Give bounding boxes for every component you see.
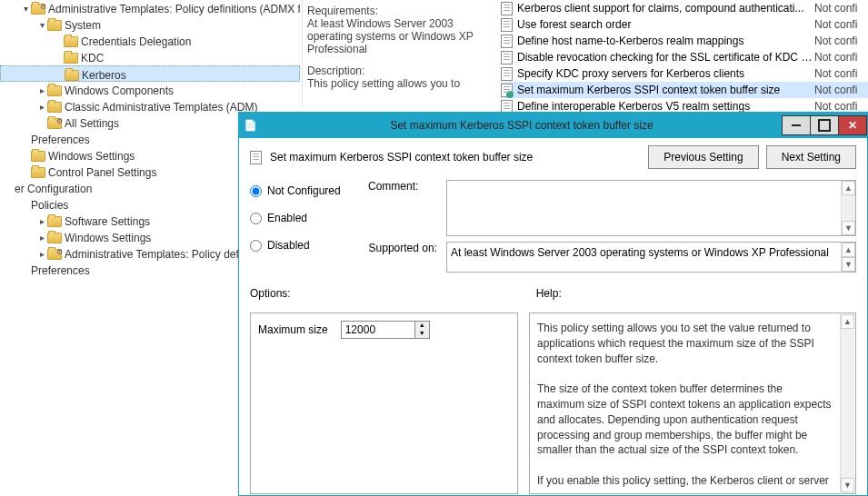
comment-textarea[interactable]: [446, 180, 856, 236]
setting-row[interactable]: Use forest search orderNot confi: [501, 16, 868, 33]
setting-row[interactable]: Set maximum Kerberos SSPI context token …: [501, 82, 868, 98]
options-panel: Maximum size ▲▼: [250, 312, 518, 494]
setting-icon: [501, 2, 513, 15]
expander-icon[interactable]: ▸: [36, 83, 47, 98]
folder-icon: [47, 233, 62, 243]
setting-state: Not confi: [814, 18, 868, 31]
maximum-size-label: Maximum size: [258, 323, 328, 336]
tree-label: er Configuration: [15, 183, 92, 195]
tree-label: All Settings: [65, 117, 119, 130]
folder-icon: [65, 70, 79, 81]
tree-item[interactable]: ▸Windows Components: [0, 82, 300, 98]
folder-icon: [47, 216, 62, 227]
tree-label: Preferences: [31, 134, 90, 146]
dialog-title: Set maximum Kerberos SSPI context token …: [261, 119, 783, 132]
folder-icon: [47, 249, 62, 260]
help-paragraph: If you enable this policy setting, the K…: [537, 473, 832, 494]
setting-icon: [501, 67, 513, 81]
folder-icon: [47, 85, 62, 96]
setting-row[interactable]: Specify KDC proxy servers for Kerberos c…: [501, 65, 868, 82]
titlebar[interactable]: 📄 Set maximum Kerberos SSPI context toke…: [239, 113, 867, 138]
setting-name: Use forest search order: [515, 18, 814, 31]
tree-label: Windows Settings: [65, 232, 151, 244]
expander-icon[interactable]: ▸: [36, 246, 47, 262]
setting-name: Set maximum Kerberos SSPI context token …: [515, 84, 814, 96]
setting-row[interactable]: Kerberos client support for claims, comp…: [501, 0, 868, 16]
folder-icon: [47, 102, 62, 113]
spin-up-icon[interactable]: ▲: [415, 322, 429, 330]
maximum-size-input[interactable]: [342, 322, 414, 338]
enabled-radio[interactable]: Enabled: [250, 207, 350, 229]
setting-state: Not confi: [814, 51, 868, 64]
scrollbar[interactable]: ▲▼: [841, 181, 855, 235]
folder-icon: [31, 4, 45, 15]
detail-pane: Requirements: At least Windows Server 20…: [302, 0, 868, 109]
expander-icon[interactable]: ▾: [20, 1, 31, 16]
setting-name: Define host name-to-Kerberos realm mappi…: [515, 35, 814, 47]
help-label: Help:: [536, 287, 562, 300]
close-button[interactable]: ✕: [838, 115, 867, 135]
setting-name: Disable revocation checking for the SSL …: [515, 51, 814, 64]
options-label: Options:: [250, 287, 291, 300]
dialog-icon: 📄: [239, 119, 261, 132]
minimize-button[interactable]: [782, 115, 811, 135]
expander-icon[interactable]: ▾: [36, 17, 47, 33]
tree-item[interactable]: ▾System: [0, 16, 300, 33]
disabled-radio[interactable]: Disabled: [250, 234, 350, 256]
tree-label: Preferences: [31, 264, 90, 277]
description-label: Description:: [307, 64, 489, 77]
tree-item[interactable]: ▾Administrative Templates: Policy defini…: [0, 0, 300, 16]
expander-icon[interactable]: ▸: [36, 213, 47, 229]
tree-item[interactable]: Credentials Delegation: [0, 33, 300, 49]
tree-label: Software Settings: [65, 215, 150, 228]
folder-icon: [31, 167, 45, 178]
tree-label: KDC: [81, 52, 104, 64]
tree-item[interactable]: KDC: [0, 49, 300, 65]
setting-row[interactable]: Define host name-to-Kerberos realm mappi…: [501, 33, 868, 49]
expander-icon[interactable]: ▸: [36, 99, 47, 114]
next-setting-button[interactable]: Next Setting: [766, 145, 856, 169]
comment-label: Comment:: [368, 180, 437, 193]
setting-state: Not confi: [814, 67, 868, 80]
scrollbar[interactable]: ▲▼: [841, 243, 855, 272]
help-paragraph: This policy setting allows you to set th…: [537, 321, 832, 366]
setting-icon: [501, 35, 513, 48]
tree-item[interactable]: Kerberos: [0, 65, 300, 82]
tree-label: Windows Components: [65, 84, 174, 97]
setting-name: Kerberos client support for claims, comp…: [515, 2, 814, 15]
tree-label: Windows Settings: [48, 150, 135, 163]
not-configured-radio[interactable]: Not Configured: [250, 180, 350, 202]
description-text: This policy setting allows you to: [307, 77, 489, 90]
supported-on-text: At least Windows Server 2003 operating s…: [446, 242, 856, 273]
settings-list: Kerberos client support for claims, comp…: [501, 0, 868, 114]
supported-on-label: Supported on:: [368, 242, 437, 254]
policy-icon: [250, 151, 262, 164]
policy-subtitle: Set maximum Kerberos SSPI context token …: [270, 151, 533, 164]
setting-name: Define interoperable Kerberos V5 realm s…: [515, 100, 814, 113]
folder-icon: [31, 151, 45, 162]
help-panel: This policy setting allows you to set th…: [529, 312, 856, 494]
tree-label: System: [65, 19, 101, 32]
maximize-button[interactable]: [810, 115, 839, 135]
setting-row[interactable]: Disable revocation checking for the SSL …: [501, 49, 868, 65]
setting-state: Not confi: [814, 100, 868, 113]
setting-icon: [501, 18, 513, 32]
folder-icon: [64, 36, 78, 47]
setting-state: Not confi: [814, 35, 868, 47]
maximum-size-spinner[interactable]: ▲▼: [341, 321, 430, 339]
folder-icon: [47, 118, 62, 129]
folder-icon: [64, 53, 78, 64]
expander-icon[interactable]: ▸: [36, 230, 47, 245]
setting-name: Specify KDC proxy servers for Kerberos c…: [515, 67, 814, 80]
spin-down-icon[interactable]: ▼: [415, 330, 429, 338]
scrollbar[interactable]: ▲▼: [840, 314, 854, 492]
folder-icon: [47, 20, 62, 31]
tree-label: Kerberos: [82, 69, 126, 82]
tree-label: Administrative Templates: Policy definit…: [48, 3, 300, 15]
previous-setting-button[interactable]: Previous Setting: [648, 145, 758, 169]
help-paragraph: The size of the context token buffer det…: [537, 382, 832, 458]
tree-label: Classic Administrative Templates (ADM): [65, 101, 258, 114]
setting-state: Not confi: [814, 2, 868, 15]
setting-icon: [501, 51, 513, 64]
requirements-label: Requirements:: [307, 5, 489, 17]
